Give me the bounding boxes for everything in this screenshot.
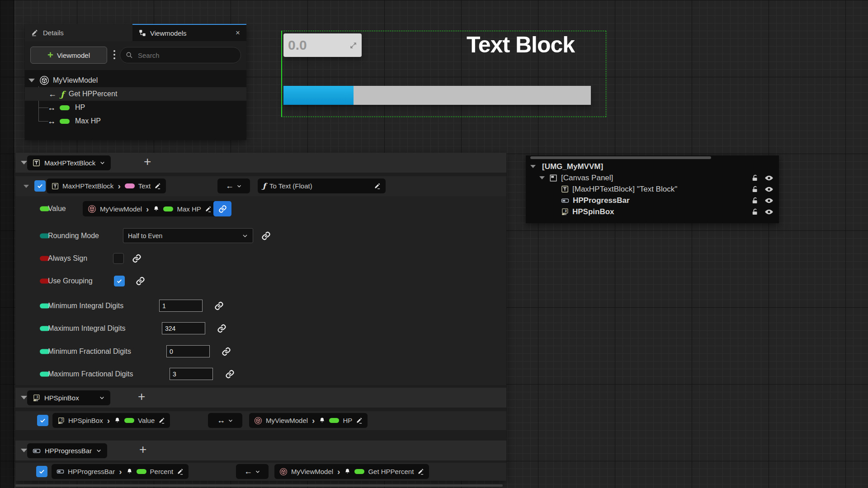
chevron-down-icon (236, 183, 242, 189)
chevron-down-icon[interactable] (24, 185, 29, 188)
spinbox-value[interactable]: 0.0 (283, 38, 349, 53)
float-type-pill (60, 105, 70, 110)
hierarchy-item-hpprogressbar[interactable]: HPProgressBar (526, 195, 779, 206)
binding-source-pill[interactable]: MyViewModel › HP (249, 413, 368, 428)
max-fractional-digits-input[interactable] (170, 368, 213, 380)
chevron-down-icon[interactable] (21, 396, 27, 399)
unlock-icon[interactable] (751, 197, 759, 205)
bound-property-name: Max HP (177, 205, 201, 213)
link-icon[interactable] (136, 277, 145, 286)
options-ellipsis-icon[interactable] (113, 50, 115, 61)
max-integral-digits-input[interactable] (162, 322, 205, 334)
binding-target-pill[interactable]: 3 HPSpinBox › Value (52, 413, 170, 428)
add-binding-button[interactable]: + (144, 155, 151, 169)
binding-enabled-checkbox[interactable] (36, 466, 47, 477)
horizontal-scrollbar[interactable] (15, 484, 503, 487)
binding-target-pill[interactable]: MaxHPTextBlock › Text (47, 178, 166, 193)
edit-pencil-icon[interactable] (154, 183, 161, 189)
unlock-icon[interactable] (751, 208, 759, 216)
tree-item-get-hppercent[interactable]: ← ƒ Get HPPercent (25, 87, 246, 101)
tab-details[interactable]: Details (25, 24, 132, 41)
chevron-right-icon: › (312, 416, 315, 425)
tree-item-myviewmodel[interactable]: MyViewModel (25, 74, 246, 87)
link-icon[interactable] (132, 254, 142, 263)
always-sign-checkbox[interactable] (113, 253, 124, 264)
eye-visibility-icon[interactable] (764, 196, 774, 205)
section-header-maxhptextblock: MaxHPTextBlock + (15, 153, 506, 173)
add-binding-button[interactable]: + (139, 442, 146, 457)
unlock-icon[interactable] (751, 174, 759, 182)
hp-progressbar-widget[interactable] (283, 86, 591, 105)
chevron-down-icon[interactable] (21, 449, 27, 452)
binding-enabled-checkbox[interactable] (34, 180, 46, 192)
search-input[interactable] (137, 51, 235, 60)
eye-visibility-icon[interactable] (764, 174, 774, 183)
resize-diagonal-icon (349, 42, 362, 49)
tab-viewmodels[interactable]: Viewmodels × (132, 24, 246, 41)
widget-selector-label: HPProgressBar (45, 447, 92, 455)
viewmodel-cube-icon (39, 75, 49, 85)
min-integral-digits-input[interactable] (159, 300, 203, 312)
hierarchy-item-canvas-panel[interactable]: [Canvas Panel] (526, 172, 779, 183)
horizontal-scrollbar[interactable] (530, 156, 711, 159)
progressbar-icon (57, 468, 64, 475)
edit-pencil-icon[interactable] (417, 468, 424, 475)
edit-pencil-icon[interactable] (177, 468, 184, 475)
widget-selector-maxhptextblock[interactable]: MaxHPTextBlock (27, 155, 111, 170)
viewmodels-tabbar: Details Viewmodels × (25, 24, 246, 41)
edit-pencil-icon[interactable] (205, 206, 212, 212)
prop-label: Maximum Fractional Digits (48, 370, 133, 378)
tree-item-max-hp[interactable]: ↔ Max HP (25, 114, 246, 128)
text-block-widget[interactable]: Text Block (467, 32, 575, 58)
binding-direction-dropdown[interactable]: ← (236, 464, 269, 479)
min-fractional-digits-input[interactable] (166, 345, 210, 357)
tree-item-hp[interactable]: ↔ HP (25, 101, 246, 114)
binding-direction-dropdown[interactable]: ← (217, 178, 250, 193)
hierarchy-item-label: [UMG_MyMVVM] (542, 162, 603, 171)
chevron-down-icon[interactable] (21, 161, 27, 164)
widget-selector-hpspinbox[interactable]: 3 HPSpinBox (27, 390, 110, 405)
add-viewmodel-button[interactable]: + Viewmodel (30, 47, 107, 64)
conversion-function-name: To Text (Float) (269, 182, 312, 190)
eye-visibility-icon[interactable] (764, 185, 774, 194)
binding-target-pill[interactable]: HPProgressBar › Percent (52, 464, 189, 479)
hierarchy-item-hpspinbox[interactable]: 3 HPSpinBox (526, 206, 779, 217)
hierarchy-item-maxhptextblock[interactable]: [MaxHPTextBlock] "Text Block" (526, 183, 779, 195)
search-icon (126, 52, 133, 59)
widget-selector-hpprogressbar[interactable]: HPProgressBar (27, 443, 107, 458)
section-header-hpprogressbar: HPProgressBar + (15, 441, 506, 460)
close-icon[interactable]: × (236, 28, 240, 38)
target-property-name: Value (138, 417, 155, 424)
function-icon: ƒ (263, 182, 266, 190)
chevron-down-icon[interactable] (28, 79, 35, 82)
hierarchy-item-root[interactable]: [UMG_MyMVVM] (526, 161, 779, 172)
unlock-icon[interactable] (751, 185, 759, 193)
hp-spinbox-widget[interactable]: 0.0 (283, 33, 362, 57)
prop-label: Use Grouping (48, 277, 93, 285)
binding-link-button[interactable] (213, 201, 231, 216)
prop-row-value: Value MyViewModel › Max HP (15, 201, 506, 217)
two-way-arrow-icon: ↔ (47, 103, 56, 113)
link-icon[interactable] (222, 347, 231, 357)
value-binding-pill[interactable]: MyViewModel › Max HP (83, 201, 217, 216)
binding-source-pill[interactable]: MyViewModel › Get HPPercent (274, 464, 429, 479)
edit-pencil-icon[interactable] (374, 183, 381, 189)
link-icon[interactable] (217, 324, 226, 333)
chevron-down-icon[interactable] (530, 165, 536, 168)
link-icon[interactable] (261, 231, 271, 241)
edit-pencil-icon[interactable] (356, 417, 363, 424)
eye-visibility-icon[interactable] (764, 207, 774, 216)
add-binding-button[interactable]: + (138, 389, 145, 404)
chevron-down-icon[interactable] (539, 176, 545, 179)
spinbox-icon: 3 (33, 394, 40, 402)
bound-property-name: Get HPPercent (368, 468, 414, 475)
binding-direction-dropdown[interactable]: ↔ (208, 413, 242, 428)
link-icon[interactable] (214, 301, 224, 311)
use-grouping-checkbox[interactable] (114, 276, 125, 286)
link-icon[interactable] (225, 370, 235, 379)
binding-enabled-checkbox[interactable] (37, 415, 48, 426)
edit-pencil-icon[interactable] (158, 417, 165, 424)
conversion-function-pill[interactable]: ƒ To Text (Float) (258, 178, 386, 193)
rounding-mode-dropdown[interactable]: Half to Even (123, 228, 253, 243)
chevron-right-icon: › (119, 467, 122, 476)
